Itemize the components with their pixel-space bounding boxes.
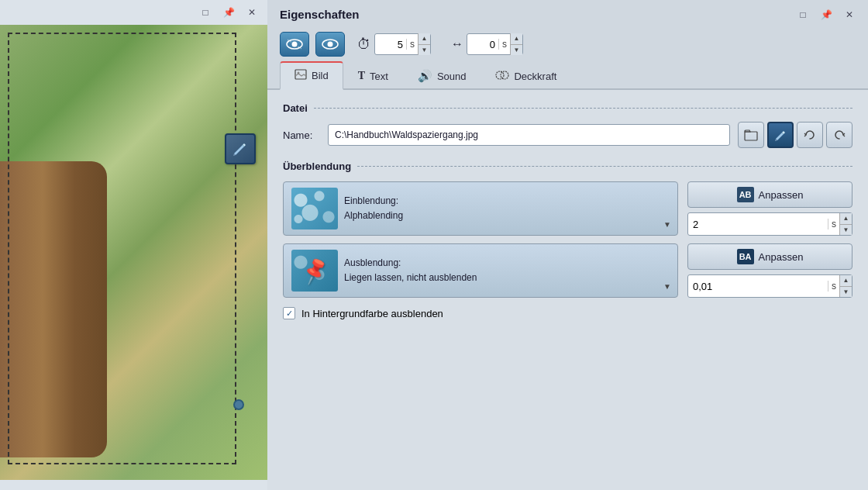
einblendung-seconds-spin[interactable]: s ▲ ▼: [687, 212, 852, 236]
visibility-toggle-btn[interactable]: [280, 32, 309, 57]
timer-unit: s: [406, 39, 418, 50]
content-area: Datei Name:: [267, 90, 868, 490]
einblendung-chevron-icon: ▼: [663, 220, 671, 229]
einblendung-anpassen-btn[interactable]: AB Anpassen: [687, 181, 852, 208]
width-group: ↔ s ▲ ▼: [443, 33, 523, 55]
hintergrundfarbe-label: In Hintergrundfarbe ausblenden: [301, 308, 443, 319]
rotate-right-icon: [832, 128, 846, 142]
timer-arrows: ▲ ▼: [418, 33, 430, 55]
ausblendung-row: 📌 Ausblendung: Liegen lassen, nicht ausb…: [283, 243, 852, 298]
ausblendung-title-line1: Ausblendung:: [344, 256, 670, 271]
left-panel: □ 📌 ✕: [0, 0, 267, 490]
eye-btn[interactable]: [315, 32, 345, 57]
timer-down-arrow[interactable]: ▼: [418, 45, 430, 56]
svg-point-3: [328, 42, 333, 47]
ausblendung-down-arrow[interactable]: ▼: [839, 287, 852, 298]
ausblendung-seconds-unit: s: [828, 281, 839, 292]
width-icon: ↔: [451, 37, 463, 51]
panel-titlebar: Eigenschaften □ 📌 ✕: [267, 0, 868, 27]
tab-text-label: Text: [370, 71, 388, 82]
width-up-arrow[interactable]: ▲: [510, 33, 522, 45]
right-pin-btn[interactable]: 📌: [820, 9, 832, 21]
rotate-left-btn[interactable]: [797, 122, 823, 148]
ausblendung-right-controls: BA Anpassen s ▲ ▼: [687, 243, 852, 298]
sound-tab-icon: 🔊: [418, 69, 432, 83]
panel-title: Eigenschaften: [280, 8, 360, 21]
tab-deckkraft[interactable]: Deckkraft: [480, 61, 571, 90]
width-down-arrow[interactable]: ▼: [510, 45, 522, 56]
einblendung-dropdown[interactable]: Einblendung: Alphablending ▼: [283, 181, 678, 236]
anpassen-ba-icon: BA: [737, 249, 754, 264]
pencil-edit-icon: [773, 128, 787, 142]
einblendung-anpassen-label: Anpassen: [759, 189, 804, 201]
left-close-btn[interactable]: ✕: [246, 6, 258, 19]
name-field-row: Name:: [283, 122, 852, 148]
width-unit: s: [498, 39, 510, 50]
right-square-btn[interactable]: □: [797, 9, 809, 21]
timer-value-input[interactable]: [375, 37, 406, 52]
einblendung-title-line2: Alphablending: [344, 209, 670, 223]
ausblendung-seconds-spin[interactable]: s ▲ ▼: [687, 274, 852, 298]
einblendung-right-controls: AB Anpassen s ▲ ▼: [687, 181, 852, 236]
svg-point-7: [501, 71, 508, 79]
tab-bild[interactable]: Bild: [280, 61, 343, 90]
resize-handle[interactable]: [233, 399, 244, 410]
width-spin-input[interactable]: s ▲ ▼: [467, 33, 523, 55]
file-icon-buttons: [738, 122, 852, 148]
right-close-btn[interactable]: ✕: [843, 9, 856, 21]
rotate-right-btn[interactable]: [826, 122, 852, 148]
einblendung-row: Einblendung: Alphablending ▼ AB Anpassen…: [283, 181, 852, 236]
ausblendung-anpassen-label: Anpassen: [759, 251, 804, 263]
deckkraft-tab-icon: [495, 69, 509, 84]
file-path-input[interactable]: [328, 124, 730, 146]
left-pin-btn[interactable]: 📌: [222, 6, 235, 19]
left-square-btn[interactable]: □: [199, 6, 212, 19]
ausblendung-seconds-input[interactable]: [688, 279, 828, 294]
timer-spin-input[interactable]: s ▲ ▼: [374, 33, 431, 55]
ausblendung-anpassen-btn[interactable]: BA Anpassen: [687, 243, 852, 270]
edit-icon-button[interactable]: [225, 133, 256, 164]
tab-text[interactable]: T Text: [343, 61, 403, 90]
tab-deckkraft-label: Deckkraft: [514, 71, 556, 82]
hintergrundfarbe-checkbox[interactable]: ✓: [283, 307, 295, 319]
ausblendung-thumb: 📌: [291, 250, 338, 292]
image-area: [0, 25, 267, 480]
timer-group: ⏱ s ▲ ▼: [357, 33, 431, 55]
image-icon: [294, 69, 307, 80]
ausblendung-chevron-icon: ▼: [663, 282, 671, 291]
datei-section-label: Datei: [283, 102, 852, 114]
visibility-icon: [286, 38, 303, 50]
ausblendung-title-line2: Liegen lassen, nicht ausblenden: [344, 271, 670, 285]
left-titlebar: □ 📌 ✕: [0, 0, 267, 25]
ueberblendung-section-label: Überblendung: [283, 160, 852, 172]
name-label: Name:: [283, 129, 320, 141]
selection-border: [8, 33, 236, 464]
checkbox-row: ✓ In Hintergrundfarbe ausblenden: [283, 307, 852, 319]
einblendung-title-line1: Einblendung:: [344, 194, 670, 209]
svg-rect-8: [745, 132, 757, 140]
tab-sound[interactable]: 🔊 Sound: [403, 61, 481, 90]
svg-point-1: [292, 42, 298, 47]
toolbar: ⏱ s ▲ ▼ ↔ s ▲ ▼: [267, 27, 868, 61]
width-value-input[interactable]: [467, 37, 498, 52]
titlebar-controls: □ 📌 ✕: [797, 9, 856, 21]
einblendung-text: Einblendung: Alphablending: [344, 194, 670, 223]
timer-up-arrow[interactable]: ▲: [418, 33, 430, 45]
einblendung-seconds-input[interactable]: [688, 217, 828, 232]
ausblendung-dropdown[interactable]: 📌 Ausblendung: Liegen lassen, nicht ausb…: [283, 243, 678, 298]
edit-btn[interactable]: [767, 122, 794, 148]
einblendung-thumb: [291, 188, 338, 229]
bild-tab-icon: [294, 69, 307, 82]
ausblendung-up-arrow[interactable]: ▲: [839, 275, 852, 287]
tabs-bar: Bild T Text 🔊 Sound Deckkraft: [267, 61, 868, 90]
pencil-icon: [232, 140, 249, 157]
einblendung-down-arrow[interactable]: ▼: [839, 225, 852, 236]
ausblendung-spin-arrows: ▲ ▼: [839, 275, 852, 297]
browse-btn[interactable]: [738, 122, 764, 148]
einblendung-up-arrow[interactable]: ▲: [839, 213, 852, 225]
tab-sound-label: Sound: [437, 71, 467, 82]
text-tab-icon: T: [358, 70, 365, 82]
tab-bild-label: Bild: [312, 70, 329, 81]
deckkraft-icon: [495, 69, 509, 81]
rotate-left-icon: [803, 128, 817, 142]
